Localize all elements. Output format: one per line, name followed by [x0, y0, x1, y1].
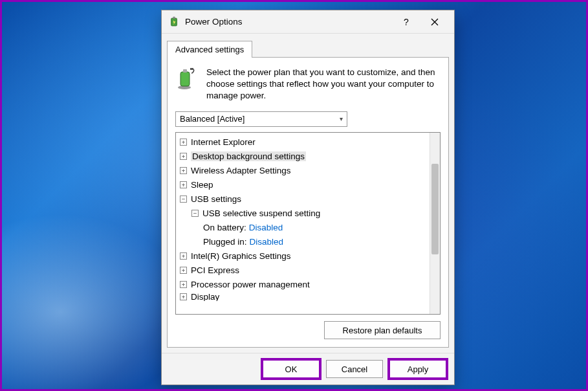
expand-icon[interactable]: +	[180, 252, 187, 260]
tab-advanced-settings[interactable]: Advanced settings	[167, 41, 252, 58]
tree-item-usb-selective-suspend[interactable]: −USB selective suspend setting	[176, 207, 430, 221]
help-button[interactable]: ?	[392, 12, 420, 32]
tree-item-intel-graphics[interactable]: +Intel(R) Graphics Settings	[176, 249, 430, 263]
expand-icon[interactable]: +	[180, 167, 187, 174]
scrollbar[interactable]	[430, 133, 440, 314]
tree-item-pci-express[interactable]: +PCI Express	[176, 263, 430, 278]
expand-icon[interactable]: +	[180, 181, 187, 188]
close-icon	[431, 18, 439, 26]
restore-row: Restore plan defaults	[175, 321, 441, 339]
expand-icon[interactable]: +	[180, 293, 187, 300]
tabs-row: Advanced settings	[162, 34, 454, 57]
window-title: Power Options	[185, 17, 392, 27]
expand-icon[interactable]: +	[180, 139, 187, 146]
expand-icon[interactable]: +	[180, 281, 187, 288]
tree-item-plugged-in[interactable]: Plugged in:Disabled	[176, 235, 430, 249]
selected-plan-label: Balanced [Active]	[180, 114, 245, 124]
tree-item-sleep[interactable]: +Sleep	[176, 178, 430, 192]
close-button[interactable]	[420, 12, 449, 32]
tree-item-internet-explorer[interactable]: +Internet Explorer	[176, 135, 430, 150]
tree-item-wireless-adapter[interactable]: +Wireless Adapter Settings	[176, 164, 430, 178]
ok-button[interactable]: OK	[263, 360, 320, 378]
svg-rect-1	[173, 16, 175, 18]
titlebar: Power Options ?	[162, 10, 454, 34]
plugged-in-value[interactable]: Disabled	[250, 237, 284, 247]
dialog-footer: OK Cancel Apply	[162, 353, 454, 385]
tree-item-processor-power[interactable]: +Processor power management	[176, 278, 430, 292]
svg-rect-5	[190, 68, 193, 70]
apply-button[interactable]: Apply	[389, 360, 446, 378]
expand-icon[interactable]: +	[180, 267, 187, 274]
on-battery-value[interactable]: Disabled	[249, 223, 283, 232]
power-options-dialog: Power Options ? Advanced settings Select…	[161, 10, 455, 385]
settings-tree[interactable]: +Internet Explorer +Desktop background s…	[176, 133, 430, 314]
collapse-icon[interactable]: −	[180, 196, 187, 203]
cancel-button[interactable]: Cancel	[326, 360, 383, 378]
tab-panel: Select the power plan that you want to c…	[167, 57, 449, 348]
header-row: Select the power plan that you want to c…	[175, 67, 441, 102]
chevron-down-icon: ▾	[340, 115, 343, 122]
expand-icon[interactable]: +	[180, 153, 187, 160]
tree-item-on-battery[interactable]: On battery:Disabled	[176, 221, 430, 235]
tree-item-usb-settings[interactable]: −USB settings	[176, 192, 430, 207]
scrollbar-thumb[interactable]	[431, 164, 439, 254]
tree-item-display[interactable]: +Display	[176, 292, 430, 301]
power-plan-select[interactable]: Balanced [Active] ▾	[175, 111, 347, 127]
svg-rect-3	[180, 72, 190, 86]
restore-defaults-button[interactable]: Restore plan defaults	[324, 321, 441, 339]
header-instruction: Select the power plan that you want to c…	[206, 67, 441, 102]
tree-item-desktop-background[interactable]: +Desktop background settings	[176, 150, 430, 164]
battery-power-icon	[175, 67, 199, 90]
svg-rect-4	[183, 69, 187, 73]
collapse-icon[interactable]: −	[191, 210, 199, 217]
power-icon	[168, 16, 180, 28]
settings-tree-box: +Internet Explorer +Desktop background s…	[175, 132, 441, 315]
